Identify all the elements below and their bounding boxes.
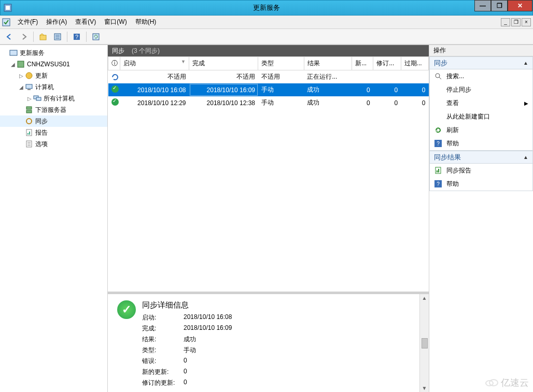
detail-label: 类型: (142, 346, 184, 355)
cell-end: 2018/10/10 16:09 (189, 83, 258, 96)
menu-file[interactable]: 文件(F) (13, 16, 42, 28)
cell-new (352, 70, 373, 84)
cell-type: 手动 (258, 96, 304, 109)
tree-reports[interactable]: 报告 (0, 127, 107, 138)
properties-button[interactable] (51, 31, 64, 43)
chevron-right-icon: ▶ (524, 100, 528, 106)
menu-action[interactable]: 操作(A) (42, 16, 71, 28)
actions-section-head[interactable]: 同步结果 ▲ (430, 151, 532, 164)
scroll-up-icon[interactable]: ▲ (422, 295, 427, 301)
svg-rect-21 (27, 133, 29, 135)
blank-icon (434, 85, 442, 94)
cell-expired: 0 (401, 83, 428, 96)
menu-window[interactable]: 窗口(W) (100, 16, 131, 28)
help-button[interactable]: ? (71, 31, 83, 43)
tree-options[interactable]: 选项 (0, 138, 107, 150)
refresh-view-button[interactable] (90, 31, 102, 43)
col-revised[interactable]: 修订... (373, 57, 401, 70)
help-icon: ? (434, 180, 442, 188)
collapse-icon[interactable]: ▲ (523, 154, 528, 160)
cell-new: 0 (352, 96, 373, 109)
action-refresh[interactable]: 刷新 (430, 123, 532, 137)
svg-rect-11 (10, 50, 17, 55)
collapse-icon[interactable]: ▲ (523, 60, 528, 66)
expander-icon[interactable]: ▷ (26, 96, 33, 101)
col-end[interactable]: 完成 (189, 57, 258, 70)
scroll-grip[interactable] (422, 338, 428, 349)
col-result[interactable]: 结果 (304, 57, 352, 70)
col-type[interactable]: 类型 (258, 57, 304, 70)
col-start[interactable]: 启动▼ (120, 57, 189, 70)
forward-button[interactable] (18, 31, 30, 43)
action-view[interactable]: 查看 ▶ (430, 96, 532, 110)
detail-label: 修订的更新: (142, 379, 184, 387)
details-scrollbar[interactable]: ▲ ▼ (419, 294, 429, 392)
help-icon: ? (434, 139, 442, 148)
detail-label: 新的更新: (142, 368, 184, 376)
tree-sync[interactable]: 同步 (0, 115, 107, 127)
table-row[interactable]: 不适用不适用不适用正在运行... (108, 70, 429, 84)
action-stop-sync[interactable]: 停止同步 (430, 83, 532, 96)
menu-help[interactable]: 帮助(H) (131, 16, 161, 28)
col-expired[interactable]: 过期... (401, 57, 428, 70)
tree-root[interactable]: 更新服务 (0, 47, 107, 59)
up-button[interactable] (37, 31, 49, 43)
tree-panel: 更新服务 ◢ CNHZWSUS01 ▷ 更新 ◢ 计算机 ▷ 所有计算机 下游服… (0, 45, 108, 392)
sync-table: ⓘ 启动▼ 完成 类型 结果 新... 修订... 过期... 不适用不适用不适… (108, 56, 429, 294)
svg-text:?: ? (75, 34, 78, 40)
tree-computers[interactable]: ◢ 计算机 (0, 81, 107, 93)
action-new-window[interactable]: 从此处新建窗口 (430, 110, 532, 123)
reports-icon (25, 128, 33, 137)
action-sync-report[interactable]: 同步报告 (430, 164, 532, 177)
detail-value: 0 (184, 379, 232, 387)
mdi-minimize-button[interactable]: _ (501, 18, 510, 26)
actions-section-head[interactable]: 同步 ▲ (430, 57, 532, 69)
expander-icon[interactable]: ◢ (18, 84, 25, 90)
mdi-restore-button[interactable]: ❐ (511, 18, 521, 26)
tree-downstream[interactable]: 下游服务器 (0, 104, 107, 115)
tree-label: 所有计算机 (44, 94, 75, 103)
maximize-button[interactable]: ❐ (491, 0, 508, 11)
tree-updates[interactable]: ▷ 更新 (0, 70, 107, 81)
actions-title: 操作 (429, 45, 533, 56)
row-status-icon (108, 96, 120, 109)
table-row[interactable]: 2018/10/10 16:082018/10/10 16:09手动成功000 (108, 83, 429, 96)
svg-rect-1 (6, 6, 10, 10)
expander-icon[interactable]: ▷ (18, 73, 25, 79)
table-row[interactable]: 2018/10/10 12:292018/10/10 12:38手动成功000 (108, 96, 429, 109)
scroll-down-icon[interactable]: ▼ (422, 385, 427, 391)
svg-text:?: ? (437, 181, 440, 187)
action-help[interactable]: ? 帮助 (430, 137, 532, 150)
window-title: 更新服务 (253, 3, 280, 12)
tree-server[interactable]: ◢ CNHZWSUS01 (0, 59, 107, 70)
cell-result: 正在运行... (304, 70, 352, 84)
back-button[interactable] (3, 31, 16, 43)
tree-label: CNHZWSUS01 (27, 61, 70, 68)
titlebar: 更新服务 — ❐ ✕ (0, 0, 533, 16)
menu-view[interactable]: 查看(V) (71, 16, 100, 28)
close-button[interactable]: ✕ (508, 0, 532, 11)
minimize-button[interactable]: — (474, 0, 491, 11)
toolbar-separator (33, 32, 34, 42)
cell-result: 成功 (304, 83, 352, 96)
expander-icon[interactable]: ◢ (9, 62, 17, 67)
cell-revised (373, 70, 401, 84)
cell-type: 不适用 (258, 70, 304, 84)
report-icon (434, 166, 442, 175)
computers-icon (25, 83, 33, 91)
search-icon (434, 72, 442, 80)
details-title: 同步详细信息 (142, 300, 232, 310)
action-search[interactable]: 搜索... (430, 69, 532, 83)
center-panel: 同步 (3 个同步) ⓘ 启动▼ 完成 类型 结果 新... (108, 45, 429, 392)
svg-rect-3 (40, 35, 46, 40)
updates-icon (25, 71, 33, 80)
action-help-2[interactable]: ? 帮助 (430, 177, 532, 191)
col-new[interactable]: 新... (352, 57, 373, 70)
col-info[interactable]: ⓘ (108, 57, 120, 70)
tree-all-computers[interactable]: ▷ 所有计算机 (0, 93, 107, 104)
mdi-close-button[interactable]: × (522, 18, 531, 26)
toolbar-separator (86, 32, 87, 42)
cell-end: 不适用 (189, 70, 258, 84)
mdi-controls: _ ❐ × (501, 18, 531, 26)
svg-line-28 (439, 77, 441, 79)
